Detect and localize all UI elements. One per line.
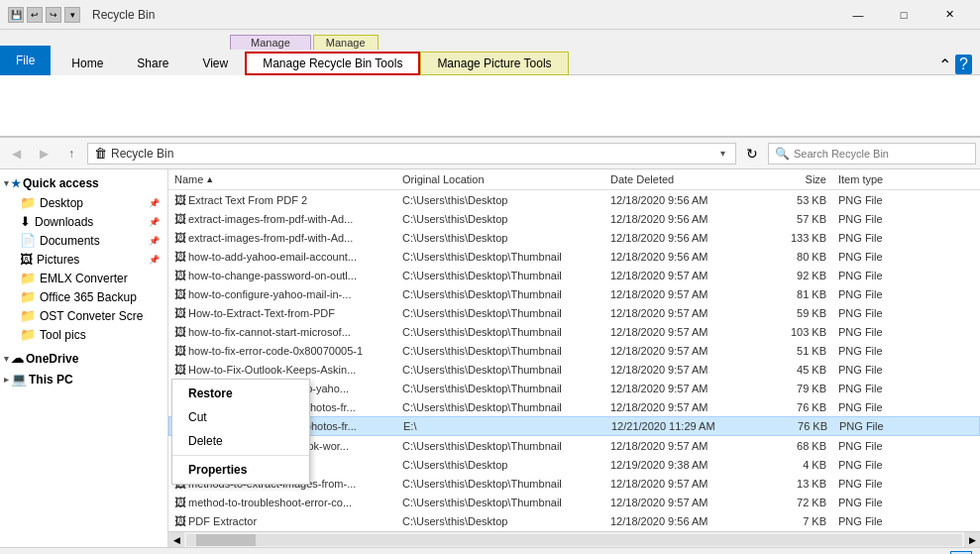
table-row[interactable]: 🖼extract-images-from-pdf-with-Ad... C:\U… bbox=[168, 209, 980, 228]
nav-item-pictures[interactable]: 🖼 Pictures 📌 bbox=[0, 250, 167, 269]
left-nav: ▾ ★ Quick access 📁 Desktop 📌 ⬇ Downloads… bbox=[0, 169, 168, 547]
pictures-icon: 🖼 bbox=[20, 252, 33, 267]
file-icon: 🖼 bbox=[174, 212, 186, 226]
refresh-button[interactable]: ↻ bbox=[740, 142, 764, 166]
this-pc-header[interactable]: ▸ 💻 This PC bbox=[0, 369, 167, 389]
tab-view[interactable]: View bbox=[185, 52, 245, 75]
quick-access-header[interactable]: ▾ ★ Quick access bbox=[0, 173, 167, 193]
customize-icon[interactable]: ▾ bbox=[64, 7, 80, 23]
downloads-label: Downloads bbox=[35, 215, 93, 229]
close-button[interactable]: ✕ bbox=[926, 0, 972, 30]
save-icon[interactable]: 💾 bbox=[8, 7, 24, 23]
help-icon[interactable]: ? bbox=[955, 55, 972, 74]
forward-button[interactable]: ▶ bbox=[32, 142, 55, 166]
hscroll-thumb[interactable] bbox=[196, 534, 256, 546]
ctx-cut[interactable]: Cut bbox=[172, 405, 309, 429]
redo-icon[interactable]: ↪ bbox=[46, 7, 61, 23]
search-input[interactable] bbox=[794, 148, 969, 160]
table-row[interactable]: 🖼how-to-add-yahoo-email-account... C:\Us… bbox=[168, 247, 980, 266]
hscroll-track[interactable] bbox=[186, 534, 962, 546]
table-row[interactable]: 🖼method-to-troubleshoot-error-co... C:\U… bbox=[168, 493, 980, 511]
table-row[interactable]: 🖼how-to-fix-error-code-0x80070005-1 C:\U… bbox=[168, 341, 980, 360]
horizontal-scrollbar[interactable]: ◀ ▶ bbox=[168, 531, 980, 547]
title-bar-left: 💾 ↩ ↪ ▾ Recycle Bin bbox=[8, 7, 155, 23]
nav-item-tool-pics[interactable]: 📁 Tool pics bbox=[0, 325, 167, 344]
back-button[interactable]: ◀ bbox=[4, 142, 28, 166]
pictures-label: Pictures bbox=[37, 253, 79, 267]
cell-location: C:\Users\this\Desktop bbox=[396, 458, 604, 472]
address-input[interactable]: 🗑 Recycle Bin ▾ bbox=[87, 143, 736, 165]
nav-item-emlx[interactable]: 📁 EMLX Converter bbox=[0, 269, 167, 287]
file-icon: 🖼 bbox=[174, 496, 186, 509]
nav-item-office365[interactable]: 📁 Office 365 Backup bbox=[0, 287, 167, 306]
cell-size: 51 KB bbox=[763, 344, 832, 358]
file-icon: 🖼 bbox=[174, 344, 186, 358]
tab-home[interactable]: Home bbox=[54, 52, 120, 75]
cell-name: 🖼how-to-configure-yahoo-mail-in-... bbox=[168, 286, 396, 302]
table-row[interactable]: 🖼how-to-configure-yahoo-mail-in-... C:\U… bbox=[168, 284, 980, 303]
view-large-icon-button[interactable]: ⊞ bbox=[950, 551, 972, 555]
file-icon: 🖼 bbox=[174, 306, 186, 320]
cell-location: C:\Users\this\Desktop\Thumbnail bbox=[396, 400, 604, 414]
emlx-icon: 📁 bbox=[20, 271, 36, 285]
file-icon: 🖼 bbox=[174, 269, 186, 282]
col-header-name[interactable]: Name ▲ bbox=[168, 171, 396, 187]
tool-pics-label: Tool pics bbox=[40, 328, 86, 342]
file-icon: 🖼 bbox=[174, 287, 186, 301]
cell-location: C:\Users\this\Desktop\Thumbnail bbox=[396, 250, 604, 264]
table-row[interactable]: 🖼extract-images-from-pdf-with-Ad... C:\U… bbox=[168, 228, 980, 247]
address-dropdown-arrow[interactable]: ▾ bbox=[716, 148, 729, 159]
table-row[interactable]: 🖼PDF Extractor C:\Users\this\Desktop 12/… bbox=[168, 511, 980, 530]
col-header-location[interactable]: Original Location bbox=[396, 171, 604, 187]
context-menu: Restore Cut Delete Properties bbox=[171, 379, 310, 485]
cell-location: C:\Users\this\Desktop\Thumbnail bbox=[396, 287, 604, 301]
cell-type: PNG File bbox=[832, 382, 931, 395]
collapse-ribbon-icon[interactable]: ⌃ bbox=[938, 55, 951, 74]
table-row[interactable]: 🖼How-to-Extract-Text-from-PDF C:\Users\t… bbox=[168, 303, 980, 322]
search-box: 🔍 bbox=[768, 143, 976, 165]
tab-picture-tools[interactable]: Manage Picture Tools bbox=[420, 52, 568, 75]
nav-item-ost[interactable]: 📁 OST Conveter Scre bbox=[0, 306, 167, 325]
ribbon: Manage Manage File Home Share View Manag… bbox=[0, 30, 980, 138]
table-row[interactable]: 🖼how-to-change-password-on-outl... C:\Us… bbox=[168, 266, 980, 284]
hscroll-left-btn[interactable]: ◀ bbox=[168, 532, 184, 548]
minimize-button[interactable]: — bbox=[835, 0, 881, 30]
nav-item-downloads[interactable]: ⬇ Downloads 📌 bbox=[0, 212, 167, 231]
cell-size: 59 KB bbox=[763, 306, 832, 320]
table-row[interactable]: 🖼Extract Text From PDF 2 C:\Users\this\D… bbox=[168, 190, 980, 209]
view-details-button[interactable]: ☰ bbox=[925, 551, 946, 555]
cell-size: 133 KB bbox=[763, 231, 832, 245]
tab-file[interactable]: File bbox=[0, 46, 51, 75]
cell-size: 81 KB bbox=[763, 287, 832, 301]
col-header-type[interactable]: Item type bbox=[832, 171, 931, 187]
cell-location: C:\Users\this\Desktop\Thumbnail bbox=[396, 496, 604, 509]
ctx-restore[interactable]: Restore bbox=[172, 382, 309, 405]
hscroll-right-btn[interactable]: ▶ bbox=[964, 532, 980, 548]
cell-date: 12/18/2020 9:57 AM bbox=[604, 496, 763, 509]
ctx-properties[interactable]: Properties bbox=[172, 458, 309, 482]
maximize-button[interactable]: □ bbox=[881, 0, 926, 30]
this-pc-chevron: ▸ bbox=[4, 375, 9, 385]
ctx-delete[interactable]: Delete bbox=[172, 429, 309, 453]
tool-pics-icon: 📁 bbox=[20, 327, 36, 342]
col-header-size[interactable]: Size bbox=[763, 171, 832, 187]
cell-name: 🖼how-to-add-yahoo-email-account... bbox=[168, 249, 396, 265]
nav-item-documents[interactable]: 📄 Documents 📌 bbox=[0, 231, 167, 250]
onedrive-header[interactable]: ▾ ☁ OneDrive bbox=[0, 348, 167, 369]
col-header-date[interactable]: Date Deleted bbox=[604, 171, 763, 187]
cell-location: C:\Users\this\Desktop\Thumbnail bbox=[396, 439, 604, 453]
table-row[interactable]: 🖼How-to-Fix-Outlook-Keeps-Askin... C:\Us… bbox=[168, 360, 980, 379]
cell-type: PNG File bbox=[832, 496, 931, 509]
nav-item-desktop[interactable]: 📁 Desktop 📌 bbox=[0, 193, 167, 212]
tab-share[interactable]: Share bbox=[120, 52, 185, 75]
undo-icon[interactable]: ↩ bbox=[27, 7, 43, 23]
table-row[interactable]: 🖼how-to-fix-cannot-start-microsof... C:\… bbox=[168, 322, 980, 341]
cell-size: 45 KB bbox=[763, 363, 832, 377]
up-button[interactable]: ↑ bbox=[59, 142, 83, 166]
cell-type: PNG File bbox=[832, 400, 931, 414]
cell-type: PNG File bbox=[832, 439, 931, 453]
cell-size: 57 KB bbox=[763, 212, 832, 226]
file-icon: 🖼 bbox=[174, 514, 186, 528]
tab-recycle-bin-tools[interactable]: Manage Recycle Bin Tools bbox=[245, 52, 420, 75]
cell-location: C:\Users\this\Desktop\Thumbnail bbox=[396, 363, 604, 377]
